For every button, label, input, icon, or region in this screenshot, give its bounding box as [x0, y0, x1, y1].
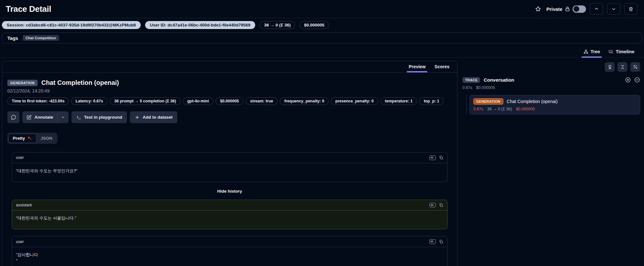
param-top-p: top_p: 1 [419, 97, 444, 105]
param-frequency-penalty: frequency_penalty: 0 [280, 97, 329, 105]
add-to-dataset-label: Add to dataset [143, 115, 173, 120]
copy-button[interactable] [439, 203, 443, 207]
node-latency: 0.67s [473, 107, 483, 111]
tab-timeline[interactable]: Timeline [608, 49, 634, 57]
annotate-button[interactable]: Annotate [22, 111, 57, 123]
content-split: Preview Scores GENERATION Chat Completio… [0, 57, 644, 266]
terminal-icon [76, 115, 81, 120]
metric-latency: Latency: 0.67s [71, 97, 107, 105]
pretty-label: Pretty [13, 136, 25, 141]
comment-button[interactable] [7, 111, 19, 123]
chevron-up-icon [594, 6, 599, 11]
plus-icon [135, 115, 140, 120]
metric-model[interactable]: gpt-4o-mini [183, 97, 213, 105]
tab-preview[interactable]: Preview [405, 61, 429, 72]
privacy-control: Private [546, 5, 586, 13]
json-toggle[interactable]: JSON [36, 134, 56, 143]
cost-badge: $0.000005 [300, 21, 329, 29]
trace-root-row[interactable]: TRACE Conversation [463, 77, 640, 83]
previous-trace-button[interactable] [590, 3, 603, 15]
page-header: Trace Detail Private [0, 0, 644, 18]
trace-meta-row: Session: cd3abcd6-c81c-4037-935d-19d9f27… [0, 18, 644, 32]
observation-body: GENERATION Chat Completion (openai) 02/1… [2, 73, 457, 266]
metric-cost: $0.000005 [216, 97, 243, 105]
markdown-icon[interactable]: M↓ [429, 203, 436, 208]
trace-metrics: 0.67s $0.000005 [463, 85, 640, 90]
trace-tree-panel: TRACE Conversation 0.67s $0.000005 [463, 61, 642, 115]
pretty-toggle[interactable]: Pretty [8, 134, 36, 143]
annotate-split-button: Annotate [22, 111, 69, 123]
collapse-icon [620, 64, 625, 70]
tab-scores[interactable]: Scores [431, 61, 453, 72]
trace-type-badge: TRACE [463, 77, 480, 83]
markdown-icon[interactable]: M↓ [429, 239, 436, 244]
copy-icon [439, 240, 443, 244]
timeline-icon [608, 49, 613, 54]
toggle-knob [574, 6, 579, 12]
percent-icon [633, 64, 638, 70]
delete-trace-button[interactable] [624, 3, 638, 15]
message-role: user [16, 155, 24, 160]
tree-node-generation[interactable]: GENERATION Chat Completion (openai) 0.67… [470, 95, 640, 115]
award-icon [607, 64, 612, 70]
playground-label: Test in playground [84, 115, 122, 120]
annotate-dropdown-button[interactable] [58, 111, 69, 123]
message-tools: M↓ [429, 155, 443, 160]
expand-node-button[interactable] [625, 77, 631, 83]
collapse-all-button[interactable] [618, 62, 627, 72]
tab-tree[interactable]: Tree [583, 49, 600, 57]
message-role: assistant [16, 203, 32, 207]
observation-title: Chat Completion (openai) [41, 79, 119, 86]
tab-tree-label: Tree [591, 49, 600, 54]
collapse-node-button[interactable] [634, 77, 640, 83]
message-content: "대한민국의 수도는 무엇인가요?" [12, 163, 447, 182]
generation-type-badge: GENERATION [7, 80, 38, 86]
observation-header: GENERATION Chat Completion (openai) [7, 79, 452, 86]
tree-toolbar [463, 62, 640, 72]
trace-latency: 0.67s [463, 85, 472, 90]
add-to-dataset-button[interactable]: Add to dataset [130, 111, 177, 123]
tree-icon [583, 49, 588, 54]
observation-timestamp: 02/12/2024, 14:20:49 [7, 88, 452, 93]
message-tools: M↓ [429, 239, 443, 244]
message-user-1: user M↓ "대한민국의 수도는 무엇인가요?" [12, 152, 448, 182]
trace-cost: $0.000005 [476, 85, 495, 90]
generation-type-badge: GENERATION [473, 98, 503, 105]
page-title: Trace Detail [6, 4, 51, 14]
tab-timeline-label: Timeline [616, 49, 634, 54]
hide-history-button[interactable]: Hide history [12, 189, 448, 194]
param-presence-penalty: presence_penalty: 0 [331, 97, 378, 105]
circle-minus-icon [634, 77, 640, 83]
next-trace-button[interactable] [607, 3, 620, 15]
comment-icon [11, 115, 16, 120]
copy-button[interactable] [439, 155, 443, 160]
param-stream: stream: true [246, 97, 278, 105]
user-id-badge[interactable]: User ID: dc47a41e-06bc-400d-bde1-f0e440d… [145, 21, 255, 29]
chevron-down-icon [611, 6, 616, 11]
message-assistant: assistant M↓ "대한민국의 수도는 서울입니다." [12, 200, 448, 230]
messages-list: user M↓ "대한민국의 수도는 무엇인가요?" Hide histor [12, 152, 448, 266]
annotate-pencil-icon [26, 115, 32, 120]
tags-label: Tags [7, 35, 18, 41]
tree-zoom-controls [625, 77, 640, 83]
test-in-playground-button[interactable]: Test in playground [71, 111, 127, 123]
node-name: Chat Completion (openai) [507, 99, 558, 104]
scores-toggle-button[interactable] [605, 62, 615, 72]
message-header: user M↓ [12, 236, 447, 247]
private-toggle[interactable] [573, 5, 586, 13]
node-title-row: GENERATION Chat Completion (openai) [473, 98, 636, 105]
circle-plus-icon [625, 77, 631, 83]
session-badge[interactable]: Session: cd3abcd6-c81c-4037-935d-19d9f27… [2, 21, 141, 29]
tag-chat-competition[interactable]: Chat Competition [23, 35, 59, 41]
tree-children: GENERATION Chat Completion (openai) 0.67… [466, 95, 640, 115]
bookmark-star-button[interactable] [534, 4, 543, 13]
metric-token-usage: 36 prompt → 0 completion (Σ 36) [110, 97, 181, 105]
metric-time-to-first-token: Time to first token: -423.00s [7, 97, 69, 105]
message-content: "대한민국의 수도는 서울입니다." [12, 211, 447, 229]
metrics-toggle-button[interactable] [630, 62, 640, 72]
copy-button[interactable] [439, 240, 443, 244]
trash-icon [628, 6, 633, 12]
chevron-down-icon [61, 115, 65, 119]
observation-actions: Annotate Test in playground [7, 111, 452, 123]
markdown-icon[interactable]: M↓ [429, 155, 436, 160]
